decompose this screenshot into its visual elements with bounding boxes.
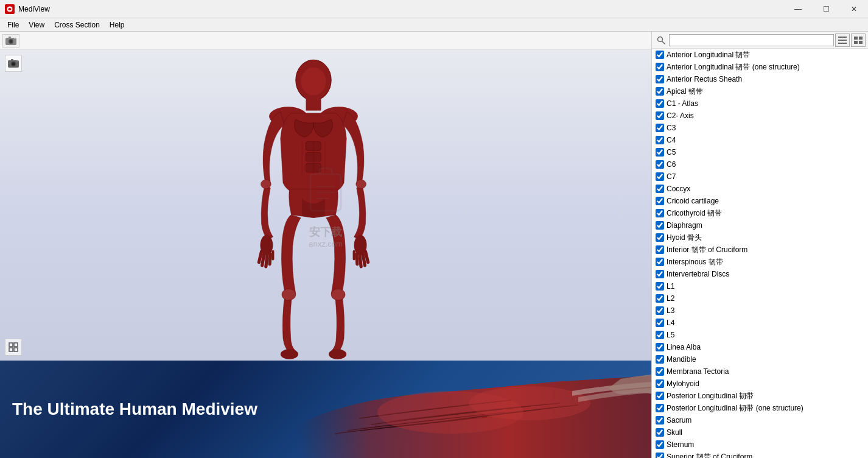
structure-list-item[interactable]: Membrana Tectoria: [652, 365, 868, 378]
structure-list-item[interactable]: Anterior Rectus Sheath: [652, 73, 868, 85]
structure-checkbox[interactable]: [656, 319, 664, 327]
title-bar: MediView — ☐ ✕: [0, 0, 868, 18]
viewport-grid-button[interactable]: [5, 339, 22, 356]
structure-checkbox[interactable]: [656, 124, 664, 132]
structure-list-item[interactable]: Sacrum: [652, 414, 868, 426]
structure-list-item[interactable]: C3: [652, 122, 868, 134]
structure-checkbox[interactable]: [656, 379, 664, 388]
structure-checkbox[interactable]: [656, 282, 664, 291]
viewport-3d[interactable]: 安下载 anxz.com: [0, 50, 651, 361]
structure-list-item[interactable]: Diaphragm: [652, 219, 868, 231]
structure-list-item[interactable]: C2- Axis: [652, 110, 868, 122]
structure-label: Diaphragm: [667, 221, 702, 230]
structure-list-item[interactable]: Interspinous 韧带: [652, 256, 868, 268]
structure-checkbox[interactable]: [656, 306, 664, 315]
grid-view-button[interactable]: [851, 33, 866, 47]
structure-list-item[interactable]: L3: [652, 305, 868, 317]
minimize-button[interactable]: —: [784, 0, 812, 18]
structure-list-item[interactable]: Hyoid 骨头: [652, 231, 868, 244]
svg-point-32: [331, 289, 345, 300]
search-input[interactable]: [669, 34, 834, 46]
structure-list-item[interactable]: Skull: [652, 426, 868, 439]
structure-checkbox[interactable]: [656, 87, 664, 96]
structure-list-item[interactable]: Sternum: [652, 439, 868, 451]
structure-checkbox[interactable]: [656, 270, 664, 278]
structure-checkbox[interactable]: [656, 63, 664, 71]
structure-checkbox[interactable]: [656, 75, 664, 83]
structure-list-item[interactable]: L1: [652, 280, 868, 292]
structure-checkbox[interactable]: [656, 172, 664, 181]
maximize-button[interactable]: ☐: [812, 0, 840, 18]
menu-view[interactable]: View: [24, 19, 49, 30]
structure-checkbox[interactable]: [656, 294, 664, 303]
structure-checkbox[interactable]: [656, 331, 664, 339]
structure-checkbox[interactable]: [656, 185, 664, 193]
structure-list-item[interactable]: Intervertebral Discs: [652, 268, 868, 280]
structure-list-item[interactable]: Linea Alba: [652, 341, 868, 353]
structure-list-item[interactable]: Posterior Longitudinal 韧带: [652, 390, 868, 402]
structure-label: C3: [667, 124, 676, 132]
structure-list-item[interactable]: Inferior 韧带 of Cruciform: [652, 244, 868, 256]
structure-label: C7: [667, 172, 676, 181]
viewport-camera-button[interactable]: [5, 55, 22, 72]
structure-list-item[interactable]: Superior 韧带 of Cruciform: [652, 451, 868, 458]
structure-checkbox[interactable]: [656, 453, 664, 458]
structure-list-item[interactable]: L5: [652, 329, 868, 341]
structure-checkbox[interactable]: [656, 160, 664, 169]
structure-list-item[interactable]: Mylohyoid: [652, 378, 868, 390]
structure-checkbox[interactable]: [656, 99, 664, 108]
structure-list-item[interactable]: C1 - Atlas: [652, 97, 868, 110]
structure-list-item[interactable]: Cricothyroid 韧带: [652, 207, 868, 219]
structure-list-item[interactable]: C6: [652, 158, 868, 171]
structure-checkbox[interactable]: [656, 343, 664, 351]
structure-checkbox[interactable]: [656, 245, 664, 254]
structure-list-item[interactable]: Apical 韧带: [652, 85, 868, 97]
svg-rect-8: [306, 98, 321, 111]
structure-checkbox[interactable]: [656, 221, 664, 230]
svg-rect-54: [838, 43, 847, 44]
structure-list-item[interactable]: C4: [652, 134, 868, 146]
structure-checkbox[interactable]: [656, 258, 664, 266]
menu-cross-section[interactable]: Cross Section: [49, 19, 105, 30]
structure-checkbox[interactable]: [656, 111, 664, 120]
svg-line-18: [270, 254, 270, 264]
structure-checkbox[interactable]: [656, 136, 664, 144]
structure-checkbox[interactable]: [656, 367, 664, 376]
structure-checkbox[interactable]: [656, 428, 664, 437]
menu-file[interactable]: File: [2, 19, 24, 30]
svg-rect-45: [14, 343, 18, 347]
structure-checkbox[interactable]: [656, 416, 664, 425]
structure-list-item[interactable]: L4: [652, 317, 868, 329]
camera-button[interactable]: [2, 34, 19, 48]
structure-checkbox[interactable]: [656, 51, 664, 59]
structure-checkbox[interactable]: [656, 233, 664, 242]
structure-label: L4: [667, 319, 674, 327]
structure-list-item[interactable]: Mandible: [652, 353, 868, 365]
search-icon-button[interactable]: [654, 33, 668, 47]
structure-list-item[interactable]: C7: [652, 171, 868, 183]
structure-checkbox[interactable]: [656, 404, 664, 412]
structure-list[interactable]: Anterior Longitudinal 韧带Anterior Longitu…: [652, 49, 868, 458]
close-button[interactable]: ✕: [840, 0, 868, 18]
list-view-button[interactable]: [835, 33, 850, 47]
structure-list-item[interactable]: C5: [652, 146, 868, 158]
structure-label: Superior 韧带 of Cruciform: [667, 452, 752, 459]
menu-help[interactable]: Help: [105, 19, 130, 30]
structure-list-item[interactable]: Coccyx: [652, 183, 868, 195]
structure-label: Sacrum: [667, 416, 691, 425]
svg-rect-47: [14, 348, 18, 351]
structure-list-item[interactable]: Posterior Longitudinal 韧带 (one structure…: [652, 402, 868, 414]
structure-checkbox[interactable]: [656, 209, 664, 217]
structure-checkbox[interactable]: [656, 355, 664, 364]
structure-list-item[interactable]: Anterior Longitudinal 韧带 (one structure): [652, 61, 868, 73]
structure-list-item[interactable]: Anterior Longitudinal 韧带: [652, 49, 868, 61]
structure-list-item[interactable]: L2: [652, 292, 868, 305]
structure-label: Skull: [667, 428, 682, 437]
structure-checkbox[interactable]: [656, 440, 664, 449]
structure-checkbox[interactable]: [656, 392, 664, 400]
structure-checkbox[interactable]: [656, 197, 664, 205]
svg-rect-58: [859, 41, 863, 44]
structure-list-item[interactable]: Cricoid cartilage: [652, 195, 868, 207]
structure-checkbox[interactable]: [656, 148, 664, 157]
svg-line-16: [262, 254, 264, 266]
